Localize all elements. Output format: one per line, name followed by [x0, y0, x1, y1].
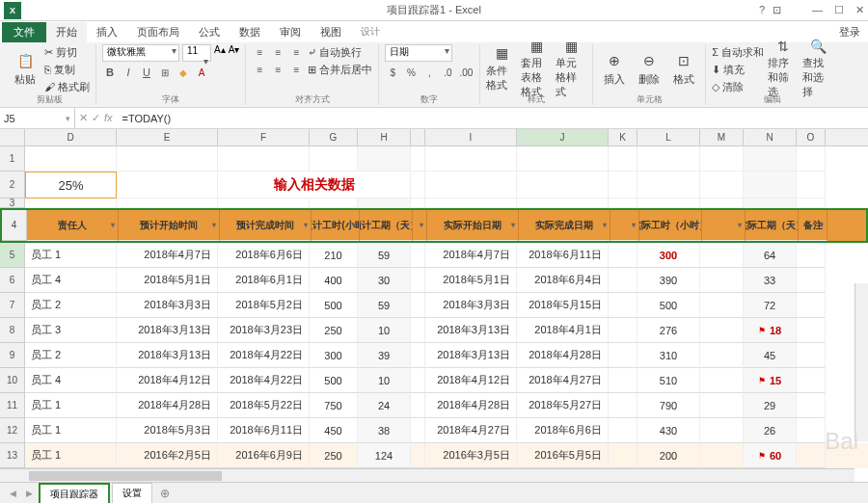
cell[interactable] [411, 393, 425, 418]
cell[interactable]: 员工 1 [25, 393, 117, 418]
cell[interactable] [411, 318, 425, 343]
cell[interactable]: 250 [310, 443, 358, 468]
row-header[interactable]: 2 [0, 172, 25, 199]
cell[interactable] [117, 172, 218, 199]
cell[interactable]: 25% [25, 172, 117, 199]
cell[interactable]: 预计开始时间 [119, 210, 220, 241]
cell[interactable]: 210 [310, 243, 358, 268]
cell[interactable] [117, 146, 218, 172]
cell[interactable]: 400 [310, 268, 358, 293]
cell[interactable] [700, 243, 744, 268]
align-top-icon[interactable]: ≡ [252, 44, 267, 60]
font-size-select[interactable]: 11 [182, 44, 211, 62]
cell[interactable] [700, 418, 744, 443]
percent-icon[interactable]: % [403, 65, 419, 80]
cell[interactable]: 2018年4月28日 [117, 393, 218, 418]
cell[interactable] [797, 343, 826, 368]
tab-file[interactable]: 文件 [2, 22, 46, 42]
cell[interactable] [700, 199, 744, 208]
cell[interactable]: 员工 1 [25, 243, 117, 268]
row-header[interactable]: 9 [0, 343, 25, 368]
cell[interactable]: 300 [310, 343, 358, 368]
dec-dec-icon[interactable]: .00 [458, 65, 474, 80]
col-header-K[interactable]: K [609, 129, 637, 146]
fill-color-button[interactable]: ◆ [176, 65, 191, 80]
cell[interactable] [25, 146, 117, 172]
col-header-E[interactable]: E [117, 129, 218, 146]
col-header-H[interactable]: H [358, 129, 411, 146]
cell[interactable]: 2018年6月4日 [517, 268, 609, 293]
cell[interactable]: 预计工期（天） [360, 210, 413, 241]
col-header-N[interactable]: N [744, 129, 797, 146]
cell[interactable] [425, 146, 517, 172]
cell[interactable] [797, 393, 826, 418]
cell[interactable]: 2018年6月11日 [517, 243, 609, 268]
tab-formula[interactable]: 公式 [189, 22, 230, 42]
cell[interactable] [797, 418, 826, 443]
ribbon-toggle-icon[interactable]: ⊡ [773, 4, 781, 16]
cell[interactable]: 72 [744, 293, 797, 318]
tab-view[interactable]: 视图 [311, 22, 351, 42]
enter-fx-icon[interactable]: ✓ [92, 112, 100, 124]
close-icon[interactable]: ✕ [855, 4, 864, 16]
cell[interactable]: ⚑60 [744, 443, 797, 468]
cell[interactable] [411, 268, 425, 293]
cell[interactable] [797, 318, 826, 343]
align-bot-icon[interactable]: ≡ [288, 44, 304, 60]
fx-icon[interactable]: fx [104, 112, 113, 124]
tab-data[interactable]: 数据 [230, 22, 270, 42]
cell[interactable]: 2018年4月12日 [117, 368, 218, 393]
row-header[interactable]: 10 [0, 368, 25, 393]
tab-review[interactable]: 审阅 [270, 22, 311, 42]
cell[interactable] [358, 146, 411, 172]
cell[interactable] [517, 146, 609, 172]
cell[interactable] [609, 293, 637, 318]
fill-button[interactable]: ⬇ 填充 [712, 62, 764, 77]
cell[interactable] [517, 199, 609, 208]
cell[interactable]: 124 [358, 443, 411, 468]
cell[interactable] [25, 199, 117, 208]
cell[interactable]: 450 [310, 418, 358, 443]
cell[interactable]: 2018年3月13日 [117, 343, 218, 368]
underline-button[interactable]: U [139, 65, 154, 80]
cell[interactable]: 45 [744, 343, 797, 368]
cell[interactable] [700, 172, 744, 199]
col-header-L[interactable]: L [637, 129, 700, 146]
italic-button[interactable]: I [121, 65, 136, 80]
cell[interactable] [609, 199, 637, 208]
cell[interactable] [609, 443, 637, 468]
cell[interactable] [218, 146, 310, 172]
align-center-icon[interactable]: ≡ [270, 62, 285, 77]
cell[interactable]: 2018年3月13日 [425, 343, 517, 368]
cell[interactable] [358, 199, 411, 208]
col-header-[interactable] [411, 129, 425, 146]
cell[interactable]: 实际工期（天） [746, 210, 799, 241]
cell[interactable] [637, 172, 700, 199]
cell[interactable] [425, 172, 517, 199]
cell[interactable]: ⚑18 [744, 318, 797, 343]
cell[interactable]: 2016年3月5日 [425, 443, 517, 468]
cell[interactable]: 2018年5月27日 [517, 393, 609, 418]
cell[interactable] [609, 343, 637, 368]
row-header[interactable]: 1 [0, 146, 25, 172]
inc-dec-icon[interactable]: .0 [440, 65, 455, 80]
row-header[interactable]: 6 [0, 268, 25, 293]
cell[interactable] [413, 210, 427, 241]
cell[interactable]: 39 [358, 343, 411, 368]
cell[interactable]: 员工 2 [25, 293, 117, 318]
cell[interactable]: 500 [310, 368, 358, 393]
cell[interactable] [117, 199, 218, 208]
cell[interactable] [797, 243, 826, 268]
col-header-D[interactable]: D [25, 129, 117, 146]
cell[interactable]: 750 [310, 393, 358, 418]
cell[interactable]: 2018年6月11日 [218, 418, 310, 443]
tab-nav-prev-icon[interactable]: ◀ [6, 489, 20, 498]
col-header-J[interactable]: J [517, 129, 609, 146]
insert-cell-button[interactable]: ⊕插入 [599, 44, 630, 93]
cond-format-button[interactable]: ▦条件格式 [486, 44, 517, 93]
col-header-G[interactable]: G [310, 129, 358, 146]
row-header[interactable]: 11 [0, 393, 25, 418]
cell[interactable] [218, 199, 310, 208]
cell[interactable]: 10 [358, 318, 411, 343]
col-header-F[interactable]: F [218, 129, 310, 146]
